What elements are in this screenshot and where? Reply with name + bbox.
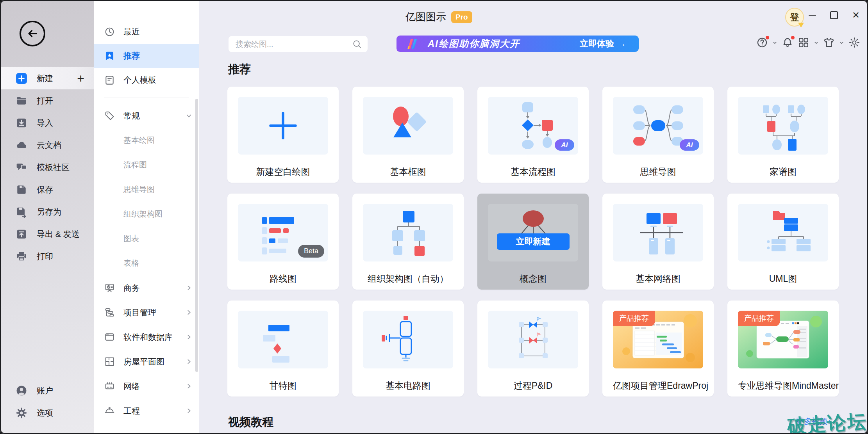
template-card-roadmap[interactable]: Beta 路线图: [227, 194, 339, 290]
template-card-blank[interactable]: 新建空白绘图: [227, 87, 339, 183]
search-input[interactable]: [235, 39, 352, 49]
save-as-icon: [16, 206, 27, 218]
sidebar-item-account[interactable]: 账户: [0, 379, 94, 402]
template-card-edrawproj[interactable]: 产品推荐 亿图项目管理EdrawProj: [602, 301, 714, 397]
nav-item-recommend[interactable]: 推荐: [94, 44, 199, 68]
sidebar-item-save-as[interactable]: 另存为: [0, 201, 94, 223]
mindmaster-thumbnail: 产品推荐: [738, 311, 828, 368]
nav-section-floor-plan[interactable]: 房屋平面图: [94, 349, 199, 374]
app-title-text: 亿图图示: [405, 10, 446, 24]
template-card-familytree[interactable]: 家谱图: [727, 87, 839, 183]
back-button[interactable]: [20, 21, 45, 46]
beta-badge: Beta: [298, 245, 324, 258]
ai-banner-cta-button[interactable]: 立即体验 →: [580, 38, 626, 50]
network-thumbnail: [613, 204, 703, 261]
caret-down-icon[interactable]: [772, 40, 777, 45]
sidebar-item-new[interactable]: 新建 +: [0, 67, 94, 89]
nav-section-software-database[interactable]: 软件和数据库: [94, 325, 199, 349]
nav-scrollbar[interactable]: [195, 99, 198, 372]
chevron-right-icon: [186, 383, 192, 390]
sidebar-item-import[interactable]: 导入: [0, 112, 94, 134]
nav-subitem[interactable]: 组织架构图: [94, 202, 199, 226]
nav-section-business[interactable]: 商务: [94, 276, 199, 300]
print-icon: [16, 251, 27, 262]
nav-subitem-label: 组织架构图: [123, 209, 163, 219]
nav-section-general[interactable]: 常规: [94, 103, 199, 128]
arrow-right-icon: →: [618, 39, 626, 49]
personal-template-icon: [104, 75, 115, 85]
sidebar-item-label: 账户: [37, 385, 53, 396]
ai-slash-icon: [406, 39, 418, 49]
template-card-pid[interactable]: 过程P&ID: [477, 301, 589, 397]
template-card-uml[interactable]: UML图: [727, 194, 839, 290]
pro-badge: Pro: [451, 11, 472, 23]
caret-down-icon[interactable]: [839, 40, 844, 45]
template-community-icon: [16, 162, 27, 173]
template-card-network[interactable]: 基本网络图: [602, 194, 714, 290]
sidebar-item-options[interactable]: 选项: [0, 402, 94, 424]
nav-subitem[interactable]: 流程图: [94, 153, 199, 177]
template-card-orgchart[interactable]: 组织架构图（自动）: [352, 194, 464, 290]
notification-dot: [766, 36, 769, 39]
help-icon[interactable]: [756, 37, 768, 48]
nav-section-project-management[interactable]: 项目管理: [94, 300, 199, 325]
nav-subitem[interactable]: 图表: [94, 226, 199, 251]
settings-gear-icon[interactable]: [848, 37, 860, 48]
sidebar-item-label: 保存: [37, 184, 53, 195]
template-card-grid: 新建空白绘图 基本框图 AI 基本流程图 AI 思维导图 家谱图 Beta 路线…: [227, 87, 839, 397]
template-card-mindmaster[interactable]: 产品推荐 专业思维导图MindMaster: [727, 301, 839, 397]
sidebar-item-print[interactable]: 打印: [0, 245, 94, 267]
floorplan-icon: [104, 356, 115, 367]
template-card-label: 甘特图: [238, 380, 328, 392]
sidebar-item-open[interactable]: 打开: [0, 89, 94, 112]
nav-section-network[interactable]: 网络: [94, 374, 199, 398]
sidebar-item-label: 另存为: [37, 206, 61, 217]
template-card-label: 专业思维导图MindMaster: [738, 380, 828, 392]
recent-clock-icon: [104, 27, 115, 37]
search-icon[interactable]: [352, 39, 362, 49]
template-card-label: 组织架构图（自动）: [363, 273, 453, 285]
sidebar-item-export-send[interactable]: 导出 & 发送: [0, 223, 94, 245]
template-card-flowchart[interactable]: AI 基本流程图: [477, 87, 589, 183]
nav-subitem[interactable]: 基本绘图: [94, 128, 199, 153]
nav-section-engineering[interactable]: 工程: [94, 398, 199, 423]
main-area: 亿图图示 Pro 登 ✕: [199, 0, 868, 434]
template-card-label: 概念图: [488, 273, 578, 285]
blank-thumbnail: [238, 97, 328, 155]
apps-icon[interactable]: [798, 37, 809, 48]
notification-dot: [791, 36, 795, 39]
template-card-label: 思维导图: [613, 166, 703, 178]
business-icon: [104, 283, 115, 293]
new-document-plus-button[interactable]: +: [77, 72, 84, 85]
template-card-gantt[interactable]: 甘特图: [227, 301, 339, 397]
close-button[interactable]: ✕: [850, 9, 862, 21]
sidebar-item-cloud-docs[interactable]: 云文档: [0, 134, 94, 156]
nav-subitem[interactable]: 表格: [94, 251, 199, 276]
shirt-icon[interactable]: [823, 37, 835, 48]
sidebar-item-label: 新建: [37, 73, 53, 84]
minimize-button[interactable]: [806, 9, 818, 21]
nav-subitem[interactable]: 思维导图: [94, 177, 199, 202]
login-avatar[interactable]: 登: [785, 8, 804, 27]
maximize-button[interactable]: [828, 9, 840, 21]
template-card-mindmap[interactable]: AI 思维导图: [602, 87, 714, 183]
caret-down-icon[interactable]: [814, 40, 819, 45]
template-card-conceptmap[interactable]: 立即新建 概念图: [477, 194, 589, 290]
template-card-circuit[interactable]: 基本电路图: [352, 301, 464, 397]
chevron-right-icon: [186, 407, 192, 414]
search-box[interactable]: [229, 36, 368, 52]
edraw-home-window: 亿图图示 Pro 登 ✕: [0, 0, 868, 434]
bell-icon[interactable]: [782, 37, 793, 48]
login-avatar-text: 登: [790, 11, 799, 23]
ai-banner[interactable]: AI绘图助你脑洞大开 立即体验 →: [396, 36, 639, 52]
sidebar-item-save[interactable]: 保存: [0, 178, 94, 201]
account-icon: [16, 385, 27, 397]
nav-item-recent[interactable]: 最近: [94, 20, 199, 44]
create-now-button[interactable]: 立即新建: [497, 233, 570, 250]
ai-cta-label: 立即体验: [580, 38, 614, 50]
sidebar-item-template-community[interactable]: 模板社区: [0, 156, 94, 178]
nav-item-personal-template[interactable]: 个人模板: [94, 68, 199, 92]
engineering-icon: [104, 406, 115, 416]
ai-banner-text: AI绘图助你脑洞大开: [428, 37, 520, 50]
template-card-basic-diagram[interactable]: 基本框图: [352, 87, 464, 183]
